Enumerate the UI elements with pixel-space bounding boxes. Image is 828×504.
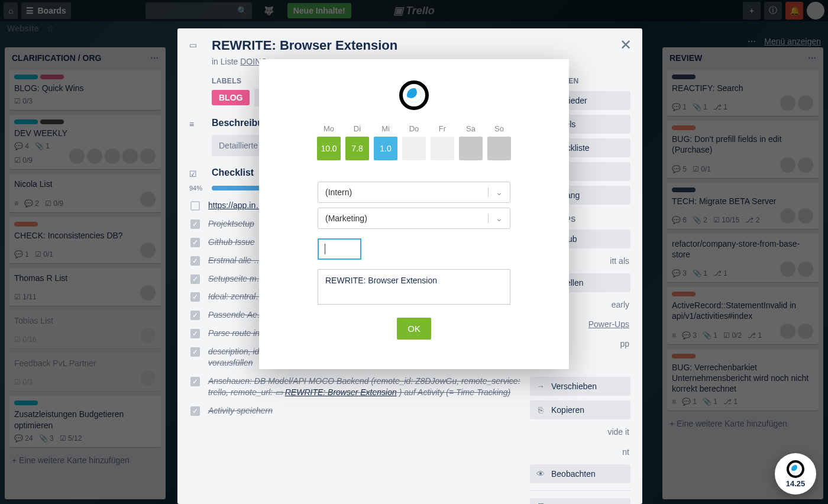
watch-button[interactable]: 👁Beobachten [530, 464, 630, 483]
moco-eye-icon [787, 460, 804, 478]
close-icon[interactable]: ✕ [620, 37, 632, 53]
tt-hours-input[interactable] [318, 238, 361, 260]
checklist-icon: ☑ [189, 167, 203, 179]
chevron-down-icon: ⌄ [488, 188, 503, 197]
checkbox[interactable] [190, 256, 200, 266]
label-blog[interactable]: BLOG [212, 90, 250, 105]
card-icon: ▭ [189, 38, 203, 53]
tt-day[interactable]: Mi1.0 [374, 124, 397, 160]
time-tracker-bubble[interactable]: 14.25 [775, 453, 816, 495]
tt-task-select[interactable]: (Marketing)⌄ [318, 208, 510, 229]
checkbox[interactable] [190, 377, 200, 386]
tt-description-input[interactable]: REWRITE: Browser Extension [318, 269, 510, 305]
checkbox[interactable] [190, 311, 200, 320]
checkbox[interactable] [190, 347, 200, 357]
time-tracking-modal: Mo10.0Di7.8Mi1.0DoFrSaSo (Intern)⌄ (Mark… [259, 59, 569, 369]
tt-day[interactable]: Do [402, 124, 426, 160]
tt-logo [283, 80, 545, 110]
checkbox[interactable] [190, 329, 200, 338]
progress-percent: 94% [189, 185, 207, 192]
checkbox[interactable] [190, 201, 200, 211]
tt-ok-button[interactable]: OK [397, 318, 431, 340]
description-icon: ≡ [189, 117, 203, 129]
tt-day[interactable]: So [487, 124, 511, 160]
checkbox[interactable] [190, 238, 200, 247]
checkbox[interactable] [190, 292, 200, 302]
checkbox[interactable] [190, 274, 200, 284]
checkbox[interactable] [190, 406, 200, 416]
tt-day[interactable]: Mo10.0 [317, 124, 341, 160]
checkbox[interactable] [190, 219, 200, 229]
archive-button[interactable]: 🗄Archiv [530, 498, 630, 504]
tt-day[interactable]: Fr [431, 124, 454, 160]
card-title[interactable]: REWRITE: Browser Extension [212, 38, 397, 53]
tt-day[interactable]: Di7.8 [345, 124, 369, 160]
checklist-item[interactable]: Anschauen: DB Model/API MOCO Backend (re… [189, 372, 520, 402]
tt-day[interactable]: Sa [459, 124, 483, 160]
copy-button[interactable]: ⎘Kopieren [530, 400, 630, 419]
move-button[interactable]: →Verschieben [530, 377, 630, 396]
checklist-header: Checklist [212, 167, 254, 178]
tt-project-select[interactable]: (Intern)⌄ [318, 182, 510, 203]
chevron-down-icon: ⌄ [488, 214, 503, 223]
checklist-item[interactable]: Activity speichern [189, 402, 520, 420]
